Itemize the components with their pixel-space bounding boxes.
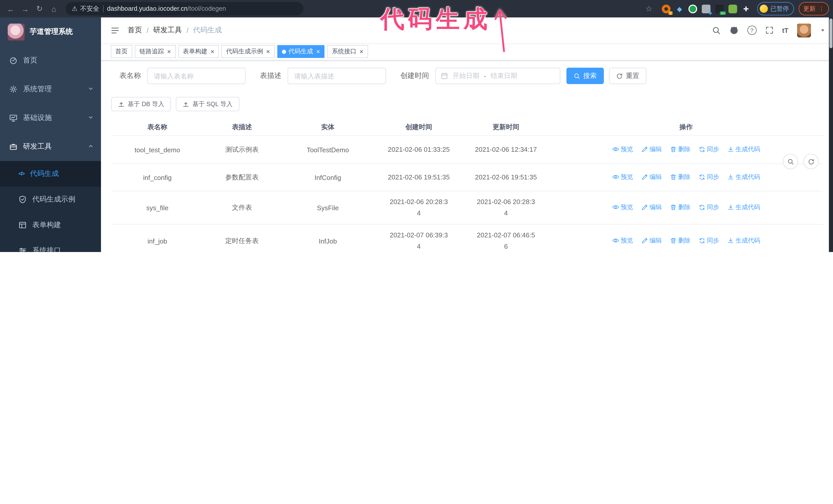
edit-link[interactable]: 编辑 <box>641 237 662 245</box>
sql-import-button[interactable]: 基于 SQL 导入 <box>176 97 239 111</box>
table-row: sys_file 文件表 SysFile 2021-02-06 20:28:3 … <box>111 191 823 224</box>
sync-link[interactable]: 同步 <box>699 145 719 154</box>
close-icon[interactable]: × <box>167 48 171 55</box>
generate-code-link[interactable]: 生成代码 <box>728 145 760 154</box>
navbar-actions: ? tT <box>712 23 826 37</box>
edit-icon <box>641 204 648 211</box>
extension-gem-icon[interactable]: ◆ <box>675 4 684 13</box>
tab-首页[interactable]: 首页 <box>111 45 132 58</box>
delete-link[interactable]: 删除 <box>670 173 690 182</box>
breadcrumb-devtools[interactable]: 研发工具 <box>153 26 182 35</box>
toggle-search-button[interactable] <box>783 154 798 169</box>
edit-link[interactable]: 编辑 <box>641 203 662 212</box>
sidebar-item-基础设施[interactable]: 基础设施 <box>0 103 101 132</box>
sync-icon <box>699 146 705 153</box>
reset-button[interactable]: 重置 <box>609 68 646 84</box>
github-icon[interactable] <box>729 26 738 35</box>
browser-update-button[interactable]: 更新 ⋮ <box>799 2 829 16</box>
create-time-label: 创建时间 <box>400 71 429 80</box>
table-row: inf_job 定时任务表 InfJob 2021-02-07 06:39:3 … <box>111 224 823 252</box>
sidebar-item-研发工具[interactable]: 研发工具 <box>0 132 101 161</box>
tab-代码生成[interactable]: 代码生成 × <box>277 45 325 58</box>
preview-link[interactable]: 预览 <box>612 203 633 212</box>
edit-link[interactable]: 编辑 <box>641 173 662 182</box>
toolbar: 基于 DB 导入 基于 SQL 导入 <box>111 97 823 111</box>
date-range-picker[interactable]: 开始日期 - 结束日期 <box>435 68 560 84</box>
codegen-table: 表名称表描述实体创建时间更新时间操作 tool_test_demo 测试示例表 … <box>111 118 823 252</box>
extension-grid-icon[interactable] <box>702 4 711 13</box>
generate-code-link[interactable]: 生成代码 <box>728 237 760 245</box>
sync-link[interactable]: 同步 <box>699 203 719 212</box>
sidebar-item-表单构建[interactable]: 表单构建 <box>0 212 101 238</box>
db-import-button[interactable]: 基于 DB 导入 <box>111 97 171 111</box>
generate-code-link[interactable]: 生成代码 <box>728 203 760 212</box>
sidebar-item-代码生成[interactable]: </>代码生成 <box>0 161 101 187</box>
edit-icon <box>641 238 648 244</box>
delete-link[interactable]: 删除 <box>670 203 690 212</box>
breadcrumb-home[interactable]: 首页 <box>128 26 142 35</box>
annotation-text: 代码生成 <box>380 3 491 35</box>
tab-系统接口[interactable]: 系统接口 × <box>327 45 368 58</box>
sidebar-item-系统管理[interactable]: 系统管理 <box>0 75 101 103</box>
close-icon[interactable]: × <box>210 48 214 55</box>
close-icon[interactable]: × <box>360 48 363 55</box>
extensions-puzzle-icon[interactable]: ✚ <box>742 4 751 13</box>
profile-paused-pill[interactable]: 已暂停 <box>757 2 794 16</box>
close-icon[interactable]: × <box>316 48 320 55</box>
gear-icon <box>9 85 18 93</box>
delete-link[interactable]: 删除 <box>670 145 690 154</box>
delete-link[interactable]: 删除 <box>670 237 690 245</box>
extension-dark-icon[interactable]: on <box>715 4 724 13</box>
emoji-avatar <box>760 5 768 13</box>
preview-link[interactable]: 预览 <box>612 173 633 182</box>
sync-link[interactable]: 同步 <box>699 173 719 182</box>
page-scrollbar[interactable] <box>829 18 833 252</box>
preview-link[interactable]: 预览 <box>612 145 633 154</box>
table-name-input[interactable] <box>147 68 245 84</box>
extension-green-check-icon[interactable] <box>688 4 697 13</box>
extension-robot-icon[interactable] <box>729 4 737 13</box>
app-logo-row[interactable]: 芋道管理系统 <box>0 18 101 46</box>
caret-down-icon[interactable] <box>820 27 826 33</box>
table-desc-label: 表描述 <box>260 71 281 80</box>
search-form: 表名称 表描述 创建时间 开始日期 - 结束日期 <box>111 68 823 84</box>
hamburger-icon[interactable] <box>111 26 119 34</box>
search-icon[interactable] <box>712 26 720 34</box>
table-desc-input[interactable] <box>288 68 386 84</box>
tab-链路追踪[interactable]: 链路追踪 × <box>135 45 175 58</box>
divider <box>103 5 103 12</box>
font-size-icon[interactable]: tT <box>782 26 788 34</box>
chevron-down-icon <box>88 114 94 120</box>
site-security[interactable]: ⚠ 不安全 <box>72 4 99 13</box>
fullscreen-icon[interactable] <box>765 26 773 34</box>
preview-link[interactable]: 预览 <box>612 236 633 245</box>
refresh-table-button[interactable] <box>803 154 819 169</box>
scrollbar-thumb[interactable] <box>829 19 832 48</box>
browser-menu-icon[interactable]: ⋮ <box>819 5 824 12</box>
column-header: 创建时间 <box>375 122 462 131</box>
sidebar-item-代码生成示例[interactable]: 代码生成示例 <box>0 187 101 212</box>
close-icon[interactable]: × <box>266 48 270 55</box>
edit-link[interactable]: 编辑 <box>641 145 662 154</box>
sidebar-item-系统接口[interactable]: 系统接口 <box>0 238 101 252</box>
browser-home-button[interactable]: ⌂ <box>47 2 61 16</box>
sidebar-item-首页[interactable]: 首页 <box>0 46 101 75</box>
bookmark-star-icon[interactable]: ☆ <box>644 4 654 13</box>
sync-link[interactable]: 同步 <box>699 237 719 245</box>
page-url: dashboard.yudao.iocoder.cn/tool/codegen <box>107 5 226 12</box>
browser-reload-button[interactable]: ↻ <box>33 2 46 16</box>
address-bar[interactable]: ⚠ 不安全 dashboard.yudao.iocoder.cn/tool/co… <box>66 2 304 16</box>
browser-forward-button[interactable]: → <box>19 2 32 16</box>
search-button[interactable]: 搜索 <box>567 68 604 84</box>
tab-代码生成示例[interactable]: 代码生成示例 × <box>221 45 275 58</box>
generate-code-link[interactable]: 生成代码 <box>728 173 760 182</box>
column-header: 操作 <box>549 122 823 131</box>
browser-back-button[interactable]: ← <box>4 2 18 16</box>
tab-表单构建[interactable]: 表单构建 × <box>178 45 219 58</box>
user-avatar[interactable] <box>797 23 811 37</box>
breadcrumb: 首页 / 研发工具 / 代码生成 <box>128 26 222 35</box>
download-icon <box>728 146 734 153</box>
extension-orange-icon[interactable]: 1 <box>662 4 670 13</box>
upload-icon <box>118 101 124 107</box>
help-icon[interactable]: ? <box>747 26 756 35</box>
